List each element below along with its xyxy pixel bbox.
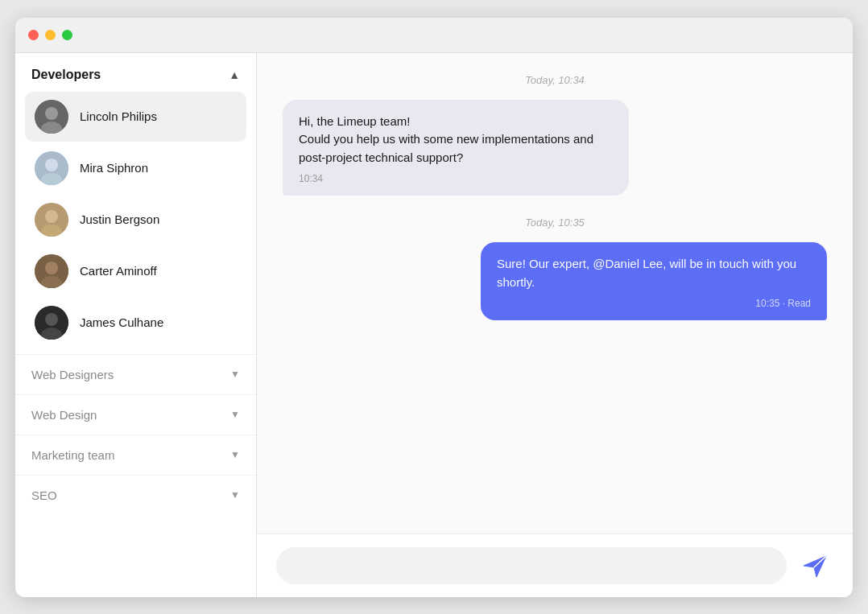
avatar-james <box>35 306 68 340</box>
sidebar: Developers ▲ Lincoln Philips <box>15 53 257 597</box>
avatar-carter <box>35 254 68 288</box>
avatar-lincoln <box>35 100 68 134</box>
contact-item-carter[interactable]: Carter Aminoff <box>25 246 246 296</box>
developers-toggle-icon: ▲ <box>229 68 240 81</box>
maximize-button[interactable] <box>62 30 72 40</box>
avatar-justin <box>35 203 68 237</box>
send-icon <box>800 550 830 581</box>
contact-item-mira[interactable]: Mira Siphron <box>25 143 246 193</box>
web-design-group[interactable]: Web Design ▼ <box>15 394 256 435</box>
marketing-team-chevron-icon: ▼ <box>230 449 240 460</box>
message-sent-1: Sure! Our expert, @Daniel Lee, will be i… <box>283 242 827 320</box>
bubble-text-1: Hi, the Limeup team!Could you help us wi… <box>299 114 593 164</box>
contact-item-justin[interactable]: Justin Bergson <box>25 195 246 245</box>
web-design-chevron-icon: ▼ <box>230 409 240 420</box>
web-designers-group[interactable]: Web Designers ▼ <box>15 354 256 394</box>
bubble-received-1: Hi, the Limeup team!Could you help us wi… <box>283 100 629 196</box>
seo-label: SEO <box>31 488 57 502</box>
avatar-mira <box>35 151 68 185</box>
svg-point-7 <box>45 210 58 223</box>
date-label-1: Today, 10:34 <box>525 74 585 86</box>
contact-name-mira: Mira Siphron <box>80 161 148 175</box>
web-designers-label: Web Designers <box>31 368 114 381</box>
marketing-team-label: Marketing team <box>31 448 114 462</box>
svg-point-10 <box>45 262 58 274</box>
close-button[interactable] <box>28 30 39 40</box>
contact-name-justin: Justin Bergson <box>80 212 159 226</box>
seo-group[interactable]: SEO ▼ <box>15 475 256 515</box>
marketing-team-group[interactable]: Marketing team ▼ <box>15 435 256 475</box>
bubble-sent-1: Sure! Our expert, @Daniel Lee, will be i… <box>481 242 827 320</box>
chat-input[interactable] <box>276 547 787 584</box>
app-body: Developers ▲ Lincoln Philips <box>15 53 853 597</box>
bubble-time-1: 10:34 <box>299 171 613 186</box>
chat-messages: Today, 10:34 Hi, the Limeup team!Could y… <box>257 53 853 534</box>
date-separator-2: Today, 10:35 <box>283 215 827 229</box>
bubble-time-2: 10:35 · Read <box>497 296 811 311</box>
contact-item-lincoln[interactable]: Lincoln Philips <box>25 92 246 142</box>
chat-input-area <box>257 534 853 597</box>
svg-point-1 <box>45 107 58 120</box>
date-label-2: Today, 10:35 <box>525 216 585 229</box>
send-button[interactable] <box>796 547 833 584</box>
app-window: Developers ▲ Lincoln Philips <box>15 18 853 597</box>
minimize-button[interactable] <box>45 30 56 40</box>
contact-list: Lincoln Philips Mira Siphron <box>15 92 256 354</box>
svg-point-13 <box>45 313 58 326</box>
seo-chevron-icon: ▼ <box>230 489 240 501</box>
contact-name-carter: Carter Aminoff <box>80 264 157 278</box>
bubble-text-2: Sure! Our expert, @Daniel Lee, will be i… <box>497 257 796 289</box>
contact-name-lincoln: Lincoln Philips <box>80 109 157 123</box>
developers-group-label: Developers <box>31 68 101 82</box>
contact-name-james: James Culhane <box>80 315 163 329</box>
developers-group-header[interactable]: Developers ▲ <box>15 53 256 92</box>
title-bar <box>15 18 853 53</box>
date-separator-1: Today, 10:34 <box>283 72 827 87</box>
message-received-1: Hi, the Limeup team!Could you help us wi… <box>283 100 827 196</box>
web-design-label: Web Design <box>31 408 97 422</box>
chat-area: Today, 10:34 Hi, the Limeup team!Could y… <box>257 53 853 597</box>
svg-point-4 <box>45 159 58 171</box>
web-designers-chevron-icon: ▼ <box>230 369 240 380</box>
contact-item-james[interactable]: James Culhane <box>25 298 246 348</box>
